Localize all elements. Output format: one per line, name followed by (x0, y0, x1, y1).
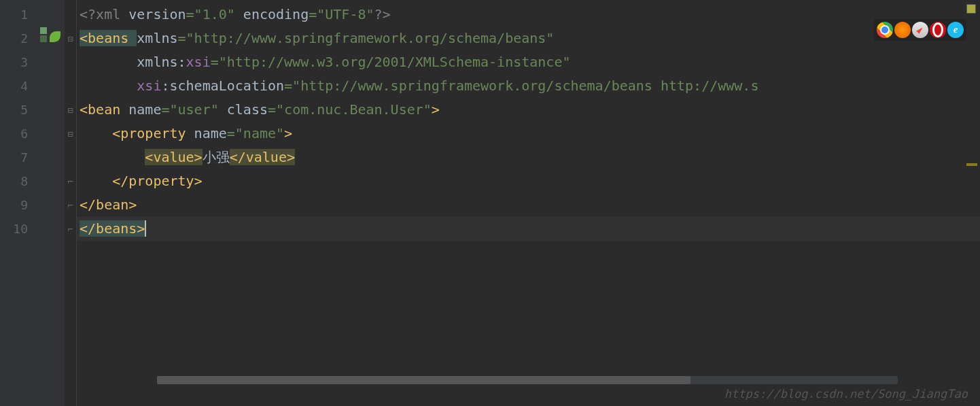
line-num: 4 (0, 74, 37, 98)
code-line-6[interactable]: <property name="name"> (77, 122, 980, 146)
line-num: 6 (0, 122, 37, 146)
fold-toggle[interactable]: ⊟ (65, 98, 76, 122)
code-line-10[interactable]: </beans> (77, 217, 980, 241)
fold-end[interactable]: ⌐ (65, 193, 76, 217)
code-editor[interactable]: 1 2 3 4 5 6 7 8 9 10 ⊟ ⊟ ⊟ ⌐ ⌐ ⌐ <?xml v… (0, 0, 980, 406)
code-line-2[interactable]: <beans xmlns="http://www.springframework… (77, 27, 980, 50)
fold-end[interactable]: ⌐ (65, 217, 76, 241)
fold-mark (65, 3, 76, 27)
line-num: 8 (0, 169, 37, 193)
firefox-icon[interactable] (894, 22, 911, 38)
line-number-gutter: 1 2 3 4 5 6 7 8 9 10 (0, 0, 37, 406)
analysis-indicator-icon[interactable] (966, 4, 976, 14)
browser-preview-toolbar (874, 19, 966, 41)
code-line-8[interactable]: </property> (77, 169, 980, 193)
line-num: 1 (0, 3, 37, 27)
line-num: 5 (0, 98, 37, 122)
fold-end[interactable]: ⌐ (65, 169, 76, 193)
fold-gutter: ⊟ ⊟ ⊟ ⌐ ⌐ ⌐ (65, 0, 77, 406)
line-num: 9 (0, 193, 37, 217)
opera-icon[interactable] (930, 22, 946, 38)
code-line-3[interactable]: xmlns:xsi="http://www.w3.org/2001/XMLSch… (77, 50, 980, 74)
line-num: 7 (0, 146, 37, 169)
chrome-icon[interactable] (877, 22, 893, 38)
fold-toggle[interactable]: ⊟ (65, 122, 76, 146)
scrollbar-thumb[interactable] (157, 376, 690, 384)
code-line-7[interactable]: <value>小强</value> (77, 146, 980, 169)
horizontal-scrollbar[interactable] (157, 376, 898, 384)
ie-icon[interactable] (947, 22, 964, 38)
spring-icon[interactable] (40, 27, 59, 46)
icon-gutter (37, 0, 65, 406)
safari-icon[interactable] (912, 22, 928, 38)
line-num: 10 (0, 217, 37, 241)
line-num: 3 (0, 50, 37, 74)
line-num: 2 (0, 27, 37, 50)
code-line-4[interactable]: xsi:schemaLocation="http://www.springfra… (77, 74, 980, 98)
fold-toggle[interactable]: ⊟ (65, 27, 76, 50)
text-cursor (145, 220, 146, 237)
watermark-text: https://blog.csdn.net/Song_JiangTao (724, 387, 968, 401)
code-area[interactable]: <?xml version="1.0" encoding="UTF-8"?> <… (77, 0, 980, 406)
code-line-1[interactable]: <?xml version="1.0" encoding="UTF-8"?> (77, 3, 980, 27)
warning-stripe-icon[interactable] (966, 163, 977, 166)
code-line-5[interactable]: <bean name="user" class="com.nuc.Bean.Us… (77, 98, 980, 122)
code-line-9[interactable]: </bean> (77, 193, 980, 217)
